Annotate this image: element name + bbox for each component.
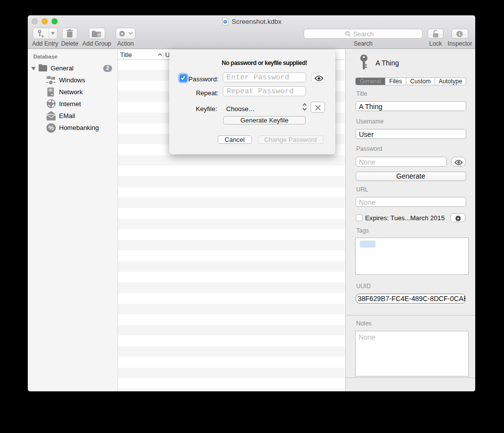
svg-text:%: % [48,124,54,131]
